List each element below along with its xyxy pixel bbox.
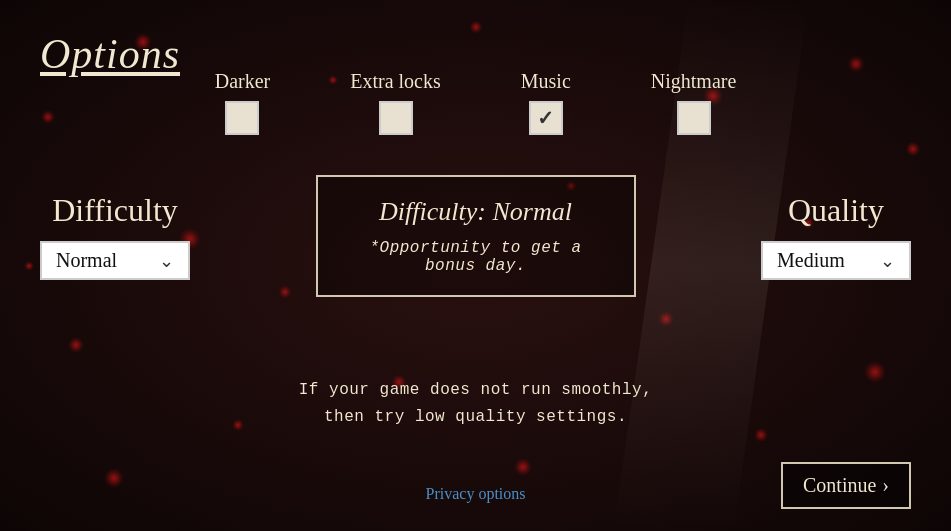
continue-arrow-icon: › xyxy=(882,474,889,497)
checkbox-item-extralocks: Extra locks xyxy=(350,70,441,135)
middle-section: Difficulty Normal ⌄ Difficulty: Normal *… xyxy=(0,175,951,297)
difficulty-title: Difficulty xyxy=(52,192,178,229)
nightmare-label: Nightmare xyxy=(651,70,737,93)
difficulty-dropdown-arrow: ⌄ xyxy=(159,250,174,272)
checkbox-item-darker: Darker xyxy=(215,70,271,135)
music-label: Music xyxy=(521,70,571,93)
hint-line2: then try low quality settings. xyxy=(0,404,951,431)
darker-label: Darker xyxy=(215,70,271,93)
difficulty-block: Difficulty Normal ⌄ xyxy=(40,192,190,280)
nightmare-checkbox[interactable] xyxy=(677,101,711,135)
darker-checkbox[interactable] xyxy=(225,101,259,135)
checkboxes-row: Darker Extra locks Music ✓ Nightmare xyxy=(0,70,951,135)
continue-label: Continue xyxy=(803,474,876,497)
difficulty-info-box: Difficulty: Normal *Opportunity to get a… xyxy=(316,175,636,297)
difficulty-value: Normal xyxy=(56,249,117,272)
checkbox-item-music: Music ✓ xyxy=(521,70,571,135)
quality-block: Quality Medium ⌄ xyxy=(761,192,911,280)
main-content: Options Darker Extra locks Music ✓ Night… xyxy=(0,0,951,531)
hint-text: If your game does not run smoothly, then… xyxy=(0,377,951,431)
checkbox-item-nightmare: Nightmare xyxy=(651,70,737,135)
info-box-title: Difficulty: Normal xyxy=(348,197,604,227)
continue-button[interactable]: Continue › xyxy=(781,462,911,509)
music-checkbox[interactable]: ✓ xyxy=(529,101,563,135)
privacy-options-link[interactable]: Privacy options xyxy=(426,485,526,503)
extralocks-checkbox[interactable] xyxy=(379,101,413,135)
quality-dropdown-arrow: ⌄ xyxy=(880,250,895,272)
hint-line1: If your game does not run smoothly, xyxy=(0,377,951,404)
extralocks-label: Extra locks xyxy=(350,70,441,93)
difficulty-dropdown[interactable]: Normal ⌄ xyxy=(40,241,190,280)
quality-title: Quality xyxy=(788,192,884,229)
info-box-subtitle: *Opportunity to get a bonus day. xyxy=(348,239,604,275)
quality-value: Medium xyxy=(777,249,845,272)
quality-dropdown[interactable]: Medium ⌄ xyxy=(761,241,911,280)
